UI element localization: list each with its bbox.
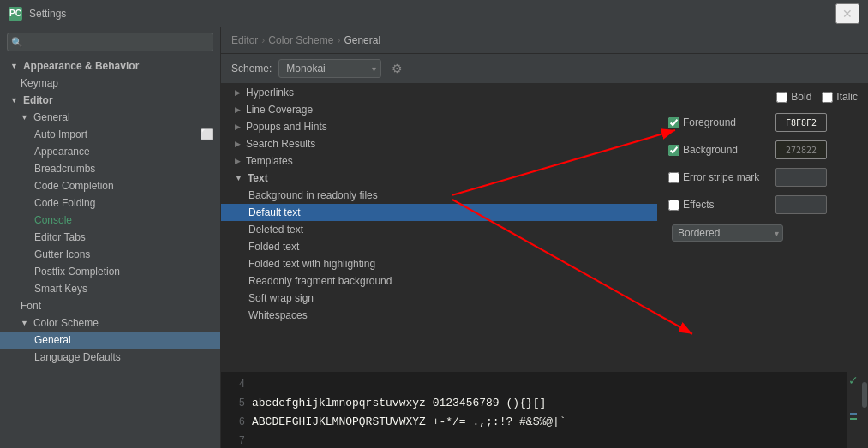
- sidebar-item-breadcrumbs[interactable]: Breadcrumbs: [0, 160, 220, 177]
- background-checkbox[interactable]: [668, 145, 679, 156]
- background-label[interactable]: Background: [683, 144, 769, 156]
- sidebar-item-console[interactable]: Console: [0, 212, 220, 229]
- list-item-label: Folded text with highlighting: [248, 258, 375, 270]
- preview-line: 6 ABCDEFGHIJKLMNOPQRSTUVWXYZ +-*/= .,;:!…: [221, 413, 847, 432]
- list-item-popups-hints[interactable]: ▶ Popups and Hints: [221, 118, 657, 135]
- list-item-label: Deleted text: [248, 224, 303, 236]
- list-item-deleted-text[interactable]: Deleted text: [221, 221, 657, 238]
- bold-italic-row: Bold Italic: [668, 91, 858, 103]
- list-item-hyperlinks[interactable]: ▶ Hyperlinks: [221, 84, 657, 101]
- sidebar-item-label: Code Folding: [34, 197, 95, 209]
- effects-checkbox[interactable]: [668, 200, 679, 211]
- list-item-label: Folded text: [248, 241, 299, 253]
- bold-checkbox-label[interactable]: Bold: [776, 91, 811, 103]
- properties-panel: Bold Italic Foreground F8F8F2: [658, 84, 868, 371]
- sidebar-item-language-defaults[interactable]: Language Defaults: [0, 349, 220, 366]
- arrow-icon: ▶: [235, 157, 241, 165]
- arrow-icon: ▼: [10, 96, 18, 105]
- sidebar-item-smart-keys[interactable]: Smart Keys: [0, 280, 220, 297]
- sidebar-item-editor-tabs[interactable]: Editor Tabs: [0, 229, 220, 246]
- foreground-value: F8F8F2: [786, 118, 817, 128]
- list-item-search-results[interactable]: ▶ Search Results: [221, 135, 657, 152]
- search-input[interactable]: [7, 33, 213, 51]
- sidebar-search[interactable]: 🔍: [0, 27, 220, 57]
- sidebar-item-editor[interactable]: ▼ Editor: [0, 92, 220, 109]
- sidebar: 🔍 ▼ Appearance & Behavior Keymap ▼ Edito…: [0, 27, 221, 448]
- breadcrumb: Editor › Color Scheme › General: [221, 27, 868, 54]
- effects-color-swatch[interactable]: [775, 195, 827, 214]
- sidebar-item-gutter-icons[interactable]: Gutter Icons: [0, 246, 220, 263]
- line-number: 5: [228, 395, 245, 412]
- effects-label[interactable]: Effects: [683, 199, 769, 211]
- list-item-label: Popups and Hints: [246, 121, 327, 133]
- corner-lines: [850, 413, 857, 420]
- foreground-checkbox-wrap: Foreground: [668, 116, 769, 128]
- breadcrumb-separator: ›: [337, 34, 340, 46]
- foreground-label[interactable]: Foreground: [683, 116, 769, 128]
- preview-corner: ✓: [847, 372, 859, 448]
- arrow-icon: ▼: [10, 62, 18, 70]
- sidebar-item-label: Breadcrumbs: [34, 163, 95, 175]
- gear-button[interactable]: ⚙: [388, 60, 406, 77]
- sidebar-item-keymap[interactable]: Keymap: [0, 75, 220, 92]
- preview-scrollbar[interactable]: [859, 372, 868, 448]
- arrow-icon: ▶: [235, 122, 241, 131]
- line-number: 7: [228, 433, 245, 448]
- scheme-select[interactable]: Monokai Default Darcula High Contrast: [278, 59, 381, 78]
- sidebar-item-code-completion[interactable]: Code Completion: [0, 177, 220, 194]
- breadcrumb-part-1: Editor: [231, 34, 258, 46]
- list-item-folded-text-hl[interactable]: Folded text with highlighting: [221, 255, 657, 272]
- sidebar-item-label: Gutter Icons: [34, 248, 90, 260]
- error-stripe-checkbox[interactable]: [668, 172, 679, 183]
- italic-checkbox-label[interactable]: Italic: [822, 91, 858, 103]
- list-item-bg-readonly[interactable]: Background in readonly files: [221, 187, 657, 204]
- sidebar-item-label: Smart Keys: [34, 283, 87, 295]
- sidebar-item-postfix-completion[interactable]: Postfix Completion: [0, 263, 220, 280]
- close-button[interactable]: ✕: [835, 3, 859, 24]
- effects-row: Effects: [668, 194, 858, 216]
- foreground-checkbox[interactable]: [668, 117, 679, 128]
- line-content: ABCDEFGHIJKLMNOPQRSTUVWXYZ +-*/= .,;:!? …: [252, 414, 566, 431]
- sidebar-item-appearance[interactable]: Appearance: [0, 143, 220, 160]
- sidebar-item-appearance-behavior[interactable]: ▼ Appearance & Behavior: [0, 57, 220, 75]
- list-item-label: Templates: [246, 155, 293, 167]
- error-stripe-row: Error stripe mark: [668, 166, 858, 188]
- list-item-folded-text[interactable]: Folded text: [221, 238, 657, 255]
- arrow-icon: ▼: [21, 319, 28, 327]
- list-item-label: Text: [248, 172, 268, 184]
- list-item-readonly-fragment[interactable]: Readonly fragment background: [221, 272, 657, 290]
- sidebar-item-general-cs[interactable]: General: [0, 332, 220, 349]
- error-stripe-label[interactable]: Error stripe mark: [683, 171, 769, 183]
- list-item-soft-wrap[interactable]: Soft wrap sign: [221, 290, 657, 307]
- scrollbar-thumb[interactable]: [862, 382, 867, 408]
- breadcrumb-separator: ›: [261, 34, 265, 46]
- list-item-label: Search Results: [246, 138, 315, 150]
- foreground-color-swatch[interactable]: F8F8F2: [775, 113, 827, 132]
- list-item-text[interactable]: ▼ Text: [221, 170, 657, 187]
- list-item-label: Line Coverage: [246, 104, 313, 116]
- arrow-icon: ▶: [235, 88, 241, 97]
- sidebar-item-general[interactable]: ▼ General: [0, 109, 220, 126]
- bold-checkbox[interactable]: [776, 92, 787, 103]
- list-item-label: Hyperlinks: [246, 87, 294, 99]
- breadcrumb-part-2: Color Scheme: [268, 34, 333, 46]
- effects-dropdown[interactable]: Bordered Underscored Bold underscored Do…: [672, 224, 783, 242]
- sidebar-item-label: General: [33, 111, 70, 123]
- error-stripe-color-swatch[interactable]: [775, 168, 827, 187]
- background-color-swatch[interactable]: 272822: [775, 140, 827, 159]
- effects-checkbox-wrap: Effects: [668, 199, 769, 211]
- check-icon: ✓: [848, 373, 859, 387]
- sidebar-item-code-folding[interactable]: Code Folding: [0, 194, 220, 212]
- breadcrumb-part-3: General: [344, 34, 380, 46]
- sidebar-item-auto-import[interactable]: Auto Import ⬜: [0, 126, 220, 143]
- list-item-label: Whitespaces: [248, 309, 308, 321]
- list-panel: ▶ Hyperlinks ▶ Line Coverage ▶ Popups an…: [221, 84, 658, 371]
- list-item-line-coverage[interactable]: ▶ Line Coverage: [221, 101, 657, 118]
- italic-checkbox[interactable]: [822, 92, 833, 103]
- background-checkbox-wrap: Background: [668, 144, 769, 156]
- list-item-templates[interactable]: ▶ Templates: [221, 152, 657, 170]
- list-item-whitespaces[interactable]: Whitespaces: [221, 307, 657, 324]
- sidebar-item-font[interactable]: Font: [0, 297, 220, 314]
- list-item-default-text[interactable]: Default text: [221, 204, 657, 221]
- sidebar-item-color-scheme[interactable]: ▼ Color Scheme: [0, 314, 220, 332]
